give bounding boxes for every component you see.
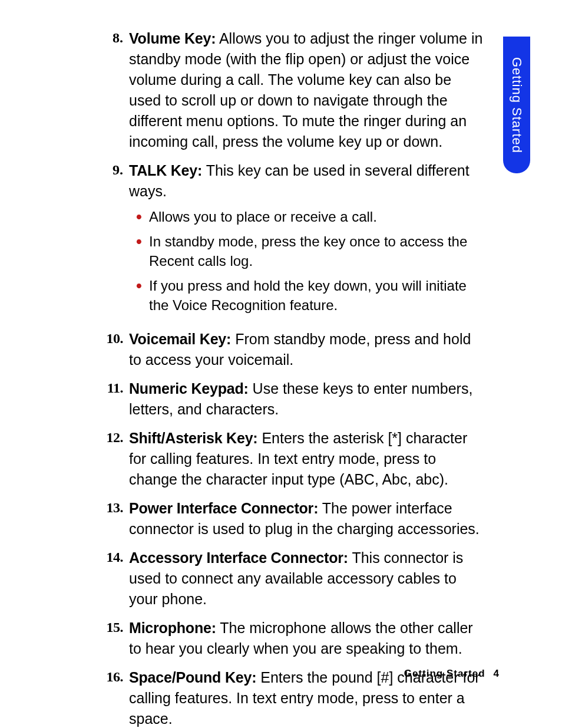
footer-page-number: 4 <box>494 668 500 679</box>
sub-text: If you press and hold the key down, you … <box>149 276 486 315</box>
item-number: 16. <box>97 667 125 687</box>
bullet-icon: • <box>129 276 149 294</box>
sub-text: In standby mode, press the key once to a… <box>149 232 486 271</box>
main-content: 8. Volume Key: Allows you to adjust the … <box>97 28 486 728</box>
sub-list: • Allows you to place or receive a call.… <box>129 207 486 315</box>
item-number: 13. <box>97 498 125 518</box>
item-number: 14. <box>97 548 125 568</box>
list-item: 12. Shift/Asterisk Key: Enters the aster… <box>97 428 486 490</box>
item-body: Voicemail Key: From standby mode, press … <box>125 329 486 370</box>
item-body: Power Interface Connector: The power int… <box>125 498 486 539</box>
section-tab: Getting Started <box>503 37 530 173</box>
list-item: 9. TALK Key: This key can be used in sev… <box>97 160 486 321</box>
list-item: 11. Numeric Keypad: Use these keys to en… <box>97 378 486 420</box>
list-item: 13. Power Interface Connector: The power… <box>97 498 486 539</box>
list-item: 14. Accessory Interface Connector: This … <box>97 548 486 610</box>
item-number: 8. <box>97 28 125 48</box>
item-body: Accessory Interface Connector: This conn… <box>125 548 486 610</box>
item-number: 10. <box>97 329 125 349</box>
list-item: 15. Microphone: The microphone allows th… <box>97 618 486 659</box>
item-body: Shift/Asterisk Key: Enters the asterisk … <box>125 428 486 490</box>
page-footer: Getting Started4 <box>404 668 500 680</box>
item-term: Shift/Asterisk Key: <box>129 430 258 446</box>
item-body: Numeric Keypad: Use these keys to enter … <box>125 378 486 420</box>
item-term: Microphone: <box>129 620 216 636</box>
section-tab-label: Getting Started <box>509 57 524 153</box>
item-body: Volume Key: Allows you to adjust the rin… <box>125 28 486 152</box>
sub-text: Allows you to place or receive a call. <box>149 207 486 226</box>
item-term: Accessory Interface Connector: <box>129 549 348 566</box>
item-term: Numeric Keypad: <box>129 380 249 397</box>
sub-item: • In standby mode, press the key once to… <box>129 232 486 271</box>
item-number: 12. <box>97 428 125 448</box>
footer-section: Getting Started <box>404 668 485 679</box>
item-term: Space/Pound Key: <box>129 669 256 686</box>
item-number: 9. <box>97 160 125 180</box>
sub-item: • Allows you to place or receive a call. <box>129 207 486 226</box>
list-item: 8. Volume Key: Allows you to adjust the … <box>97 28 486 152</box>
item-term: Power Interface Connector: <box>129 500 318 516</box>
bullet-icon: • <box>129 232 149 250</box>
list-item: 10. Voicemail Key: From standby mode, pr… <box>97 329 486 370</box>
item-desc: Allows you to adjust the ringer volume i… <box>129 30 482 150</box>
item-term: TALK Key: <box>129 162 202 179</box>
bullet-icon: • <box>129 207 149 225</box>
item-body: TALK Key: This key can be used in severa… <box>125 160 486 321</box>
item-number: 11. <box>97 378 125 398</box>
item-number: 15. <box>97 618 125 638</box>
item-term: Voicemail Key: <box>129 331 231 347</box>
item-body: Microphone: The microphone allows the ot… <box>125 618 486 659</box>
item-term: Volume Key: <box>129 30 216 47</box>
sub-item: • If you press and hold the key down, yo… <box>129 276 486 315</box>
